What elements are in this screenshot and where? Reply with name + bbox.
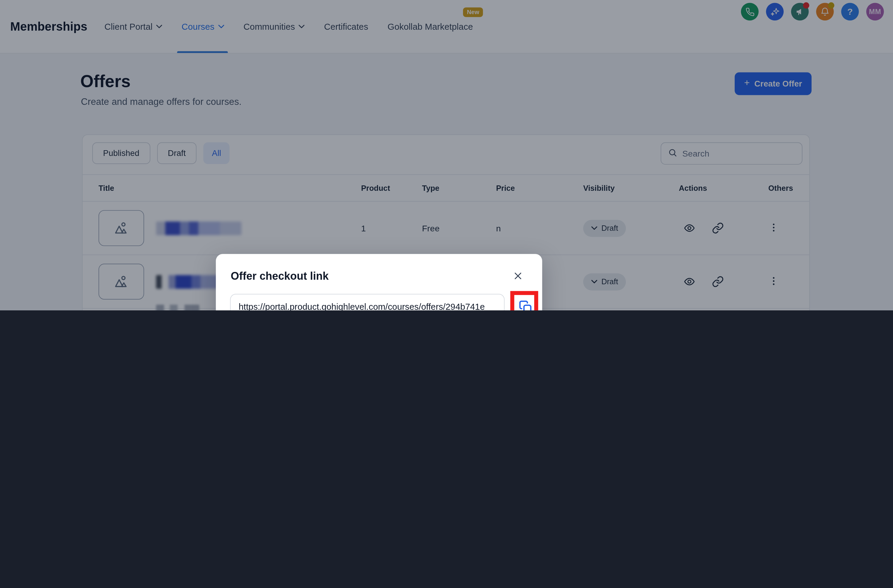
app-viewport: Memberships Client Portal Courses Commun… <box>0 0 893 310</box>
modal-title: Offer checkout link <box>231 270 329 283</box>
offer-checkout-link-modal: Offer checkout link <box>216 254 542 310</box>
close-icon <box>513 271 523 283</box>
annotation-box-copy-button <box>510 291 538 310</box>
close-button[interactable] <box>511 271 524 283</box>
checkout-link-input[interactable] <box>230 294 505 310</box>
